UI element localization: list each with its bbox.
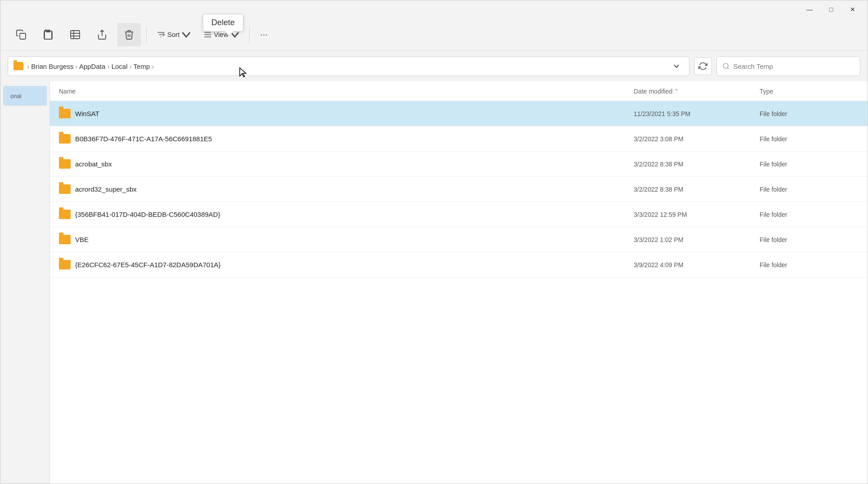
file-explorer-window: — □ ✕ Delete (0, 0, 868, 484)
file-type: File folder (760, 186, 859, 193)
share-icon (97, 29, 107, 40)
sort-label: Sort (167, 31, 180, 38)
table-row[interactable]: WinSAT 11/23/2021 5:35 PM File folder (50, 101, 868, 126)
breadcrumb-part-2: AppData (79, 63, 107, 70)
file-list-header: Name Date modified ⌃ Type (50, 81, 868, 101)
file-type: File folder (760, 236, 859, 243)
refresh-icon (698, 62, 707, 71)
table-row[interactable]: acrord32_super_sbx 3/2/2022 8:38 PM File… (50, 177, 868, 202)
close-button[interactable]: ✕ (842, 2, 863, 17)
file-date: 11/23/2021 5:35 PM (634, 110, 760, 117)
file-name: {356BFB41-017D-404D-BEDB-C560C40389AD} (75, 211, 220, 218)
svg-point-14 (723, 63, 728, 68)
breadcrumb-part-3: Local (112, 63, 130, 70)
breadcrumb-sep-2: › (107, 63, 109, 70)
file-name-cell: VBE (59, 235, 634, 244)
table-row[interactable]: B0B36F7D-476F-471C-A17A-56C6691881E5 3/2… (50, 126, 868, 152)
search-box[interactable] (716, 56, 860, 76)
file-name-cell: B0B36F7D-476F-471C-A17A-56C6691881E5 (59, 134, 634, 143)
file-list: Name Date modified ⌃ Type WinSAT 11/23/2… (50, 81, 868, 484)
file-name: WinSAT (75, 110, 99, 117)
title-bar: — □ ✕ (0, 0, 868, 18)
file-name-cell: {356BFB41-017D-404D-BEDB-C560C40389AD} (59, 210, 634, 219)
file-rows-container: WinSAT 11/23/2021 5:35 PM File folder B0… (50, 101, 868, 278)
column-header-type[interactable]: Type (760, 88, 859, 95)
file-date: 3/3/2022 12:59 PM (634, 211, 760, 218)
paste-button[interactable] (36, 23, 60, 46)
address-bar-row: › Brian Burgess › AppData › Local › Temp… (0, 51, 868, 81)
file-name-cell: acrobat_sbx (59, 159, 634, 169)
file-name: B0B36F7D-476F-471C-A17A-56C6691881E5 (75, 135, 212, 143)
minimize-button[interactable]: — (799, 2, 820, 17)
sort-icon (157, 30, 166, 39)
file-date: 3/3/2022 1:02 PM (634, 236, 760, 243)
svg-rect-3 (71, 31, 80, 39)
search-icon (722, 62, 730, 70)
main-area: onal Name Date modified ⌃ Type (0, 81, 868, 484)
sidebar-item-label: onal (10, 93, 22, 99)
sidebar: onal (0, 81, 50, 484)
sidebar-item-personal[interactable]: onal (3, 86, 47, 106)
search-input[interactable] (734, 63, 855, 70)
file-name-cell: acrord32_super_sbx (59, 184, 634, 194)
copy-icon (16, 29, 27, 40)
breadcrumb-part-1: Brian Burgess (31, 63, 75, 70)
column-header-name[interactable]: Name (59, 88, 634, 95)
file-name: acrobat_sbx (75, 160, 112, 168)
table-row[interactable]: VBE 3/3/2022 1:02 PM File folder (50, 227, 868, 252)
folder-icon (59, 260, 71, 269)
file-name: VBE (75, 236, 89, 243)
breadcrumb-sep-4: › (152, 63, 154, 70)
cut-button[interactable] (63, 23, 87, 46)
folder-icon (59, 235, 71, 244)
file-date: 3/9/2022 4:09 PM (634, 261, 760, 269)
breadcrumb-sep-0: › (27, 63, 29, 70)
address-bar[interactable]: › Brian Burgess › AppData › Local › Temp… (8, 56, 689, 76)
breadcrumb-dropdown-button[interactable] (669, 59, 684, 73)
folder-icon (59, 210, 71, 219)
delete-button[interactable] (117, 23, 141, 46)
file-type: File folder (760, 135, 859, 143)
window-controls: — □ ✕ (799, 2, 863, 17)
file-type: File folder (760, 261, 859, 269)
delete-tooltip-text: Delete (211, 18, 235, 27)
delete-icon (124, 29, 134, 40)
share-button[interactable] (90, 23, 114, 46)
toolbar: Delete (0, 18, 868, 51)
sort-button[interactable]: Sort (152, 23, 195, 46)
file-type: File folder (760, 211, 859, 218)
breadcrumb-sep-3: › (130, 63, 132, 70)
file-name: {E26CFC62-67E5-45CF-A1D7-82DA59DA701A} (75, 261, 221, 269)
file-date: 3/2/2022 3:08 PM (634, 135, 760, 143)
refresh-button[interactable] (694, 57, 712, 75)
toolbar-divider (146, 27, 147, 43)
folder-icon (13, 62, 23, 70)
toolbar-divider-2 (249, 27, 250, 43)
more-button[interactable]: ··· (255, 26, 273, 44)
paste-icon (43, 29, 54, 40)
delete-tooltip: Delete (203, 14, 243, 31)
table-row[interactable]: {E26CFC62-67E5-45CF-A1D7-82DA59DA701A} 3… (50, 252, 868, 278)
folder-icon (59, 184, 71, 194)
copy-button[interactable] (9, 23, 33, 46)
file-date: 3/2/2022 8:38 PM (634, 161, 760, 168)
svg-line-15 (727, 67, 729, 69)
file-name-cell: {E26CFC62-67E5-45CF-A1D7-82DA59DA701A} (59, 260, 634, 269)
file-name-cell: WinSAT (59, 109, 634, 118)
folder-icon (59, 109, 71, 118)
maximize-button[interactable]: □ (821, 2, 841, 17)
folder-icon (59, 159, 71, 169)
breadcrumb: › Brian Burgess › AppData › Local › Temp… (27, 63, 666, 70)
file-date: 3/2/2022 8:38 PM (634, 186, 760, 193)
folder-icon (59, 134, 71, 143)
column-header-date[interactable]: Date modified ⌃ (634, 88, 760, 95)
breadcrumb-part-4: Temp (134, 63, 152, 70)
table-row[interactable]: acrobat_sbx 3/2/2022 8:38 PM File folder (50, 152, 868, 177)
sort-chevron-icon (182, 30, 191, 39)
table-row[interactable]: {356BFB41-017D-404D-BEDB-C560C40389AD} 3… (50, 202, 868, 227)
more-icon: ··· (260, 29, 268, 40)
file-type: File folder (760, 110, 859, 117)
sort-arrow-icon: ⌃ (674, 88, 679, 94)
file-name: acrord32_super_sbx (75, 185, 137, 193)
cut-icon (70, 29, 81, 40)
